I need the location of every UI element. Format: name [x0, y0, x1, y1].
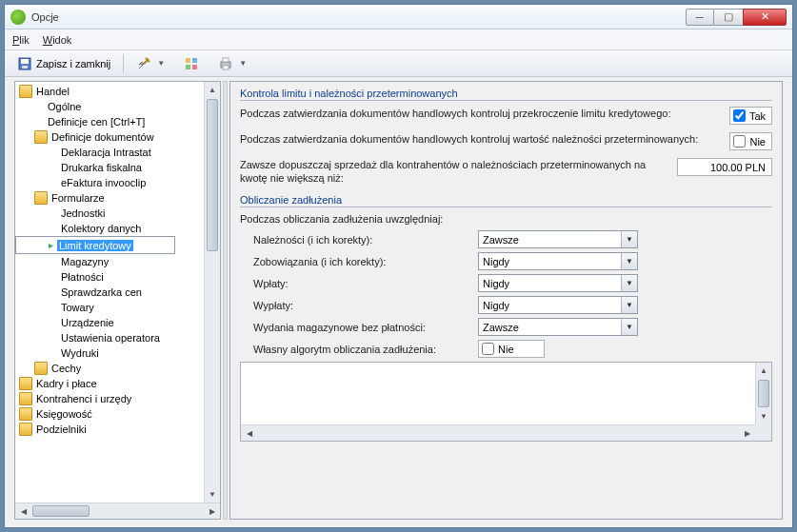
svg-rect-9	[223, 66, 229, 69]
chevron-down-icon: ▼	[621, 275, 637, 291]
label-allow-sale-amount: Zawsze dopuszczaj sprzedaż dla kontrahen…	[240, 158, 677, 185]
tree-node-ksiegowosc[interactable]: Księgowość	[15, 406, 220, 422]
select-withdrawals[interactable]: Nigdy▼	[478, 296, 638, 314]
horizontal-scrollbar[interactable]: ◀▶	[241, 424, 755, 441]
custom-algorithm-textarea[interactable]: ▲▼ ◀▶	[240, 362, 772, 442]
menubar: Plik Widok	[5, 30, 792, 50]
toolbar-separator	[123, 54, 124, 73]
group-title: Obliczanie zadłużenia	[240, 194, 772, 207]
checkbox-input[interactable]	[733, 109, 746, 122]
folder-icon	[34, 130, 48, 144]
chevron-down-icon: ▼	[621, 297, 637, 313]
label-debt-intro: Podczas obliczania zadłużenia uwzględnia…	[240, 213, 772, 225]
tree-node-drukarka[interactable]: Drukarka fiskalna	[15, 160, 220, 175]
svg-rect-5	[186, 65, 190, 69]
titlebar[interactable]: Opcje ─ ▢ ✕	[5, 5, 792, 30]
checkbox-input[interactable]	[733, 135, 746, 148]
tree-vertical-scrollbar[interactable]: ▲▼	[204, 82, 220, 502]
select-warehouse-out[interactable]: Zawsze▼	[478, 318, 638, 336]
label-control-overdue: Podczas zatwierdzania dokumentów handlow…	[240, 132, 729, 146]
tree-node-definicje-cen[interactable]: Definicje cen [Ctrl+T]	[15, 114, 220, 129]
tree-node-limit-kredytowy[interactable]: ▸Limit kredytowy	[15, 236, 175, 254]
group-title: Kontrola limitu i należności przetermino…	[240, 88, 772, 101]
tree-node-cechy[interactable]: Cechy	[15, 361, 220, 376]
folder-icon	[34, 362, 48, 375]
chevron-down-icon: ▼	[621, 253, 637, 269]
tools-button[interactable]: ▼	[130, 53, 171, 74]
svg-rect-8	[223, 58, 229, 62]
tree-node-kontrahenci[interactable]: Kontrahenci i urzędy	[15, 391, 220, 406]
group-limit-control: Kontrola limitu i należności przetermino…	[240, 88, 772, 185]
label-custom-algorithm: Własny algorytm obliczania zadłużenia:	[253, 344, 478, 355]
input-allow-sale-amount[interactable]	[677, 158, 772, 176]
tree-node-kadry[interactable]: Kadry i płace	[15, 376, 220, 391]
maximize-button[interactable]: ▢	[714, 9, 743, 26]
svg-rect-4	[192, 58, 197, 63]
chevron-down-icon: ▼	[621, 319, 637, 335]
blocks-icon	[184, 56, 199, 71]
tree-node-urzadzenie[interactable]: Urządzenie	[15, 315, 220, 330]
tree-node-towary[interactable]: Towary	[15, 300, 220, 315]
navigation-tree[interactable]: Handel Ogólne Definicje cen [Ctrl+T] Def…	[14, 81, 221, 520]
tree-node-ustawienia-op[interactable]: Ustawienia operatora	[15, 330, 220, 345]
window-title: Opcje	[31, 11, 686, 23]
group-debt-calc: Obliczanie zadłużenia Podczas obliczania…	[240, 194, 772, 442]
tree-node-jednostki[interactable]: Jednostki	[15, 206, 220, 221]
save-icon	[17, 56, 32, 71]
toolbar: Zapisz i zamknij ▼ ▼	[5, 50, 792, 77]
tree-node-wydruki[interactable]: Wydruki	[15, 345, 220, 361]
select-deposits[interactable]: Nigdy▼	[478, 274, 638, 292]
tree-node-kolektory[interactable]: Kolektory danych	[15, 221, 220, 236]
tree-node-platnosci[interactable]: Płatności	[15, 269, 220, 285]
splitter[interactable]	[223, 81, 228, 520]
save-and-close-button[interactable]: Zapisz i zamknij	[10, 53, 117, 74]
app-icon	[10, 10, 26, 25]
scroll-corner	[755, 424, 771, 441]
content-panel: Kontrola limitu i należności przetermino…	[229, 81, 783, 520]
label-receivables: Należności (i ich korekty):	[253, 234, 478, 246]
tree-node-handel[interactable]: Handel	[15, 84, 220, 99]
options-window: Opcje ─ ▢ ✕ Plik Widok Zapisz i zamknij …	[4, 4, 793, 528]
tree-node-sprawdzarka[interactable]: Sprawdzarka cen	[15, 285, 220, 300]
label-warehouse-out: Wydania magazynowe bez płatności:	[253, 322, 478, 333]
printer-icon	[218, 56, 233, 71]
chevron-down-icon: ▼	[621, 231, 637, 247]
folder-icon	[34, 191, 48, 205]
tree-node-podzielniki[interactable]: Podzielniki	[15, 422, 220, 437]
label-control-credit-limit: Podczas zatwierdzania dokumentów handlow…	[240, 107, 729, 120]
folder-icon	[19, 85, 32, 98]
label-liabilities: Zobowiązania (i ich korekty):	[253, 256, 478, 267]
tree-node-definicje-dokumentow[interactable]: Definicje dokumentów	[15, 129, 220, 145]
folder-icon	[19, 377, 32, 390]
tree-node-intrastat[interactable]: Deklaracja Intrastat	[15, 145, 220, 160]
folder-icon	[19, 392, 32, 405]
tree-node-efaktura[interactable]: eFaktura invooclip	[15, 175, 220, 190]
components-button[interactable]	[177, 53, 206, 74]
svg-rect-2	[22, 66, 28, 69]
menu-file[interactable]: Plik	[12, 34, 30, 46]
select-liabilities[interactable]: Nigdy▼	[478, 252, 638, 270]
checkbox-input[interactable]	[482, 343, 494, 355]
selected-arrow-icon: ▸	[49, 240, 53, 250]
label-deposits: Wpłaty:	[253, 278, 478, 289]
tree-horizontal-scrollbar[interactable]: ◀▶	[15, 502, 220, 519]
checkbox-control-overdue[interactable]: Nie	[729, 132, 772, 150]
minimize-button[interactable]: ─	[686, 9, 714, 26]
checkbox-control-credit-limit[interactable]: Tak	[729, 107, 772, 125]
select-receivables[interactable]: Zawsze▼	[478, 230, 638, 248]
tree-node-magazyny[interactable]: Magazyny	[15, 254, 220, 269]
tools-icon	[136, 56, 151, 71]
tree-node-ogolne[interactable]: Ogólne	[15, 99, 220, 114]
menu-view[interactable]: Widok	[43, 34, 72, 46]
print-button[interactable]: ▼	[211, 53, 253, 74]
close-button[interactable]: ✕	[743, 9, 787, 26]
svg-rect-6	[192, 65, 197, 69]
vertical-scrollbar[interactable]: ▲▼	[755, 363, 771, 424]
dropdown-icon: ▼	[157, 59, 165, 68]
checkbox-custom-algorithm[interactable]: Nie	[478, 340, 545, 358]
label-withdrawals: Wypłaty:	[253, 300, 478, 311]
svg-rect-1	[21, 59, 29, 64]
dropdown-icon: ▼	[239, 59, 247, 68]
svg-rect-3	[186, 58, 190, 63]
tree-node-formularze[interactable]: Formularze	[15, 190, 220, 206]
